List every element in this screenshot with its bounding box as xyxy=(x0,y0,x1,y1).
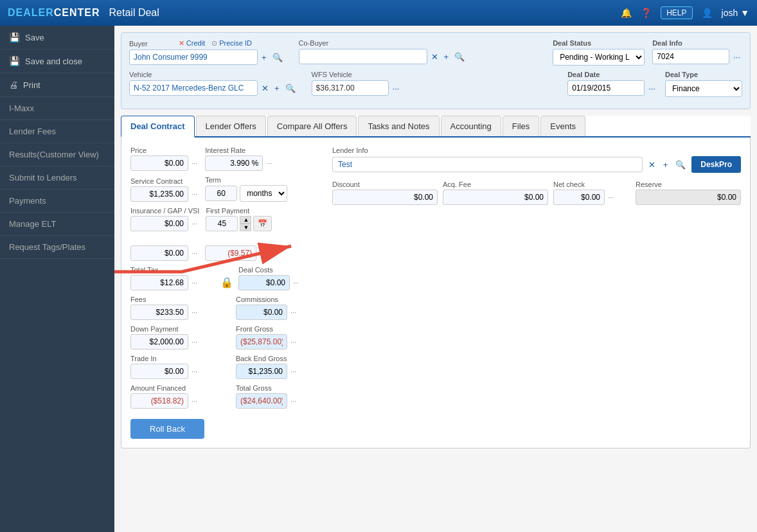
top-nav: DEALERCENTER Retail Deal 🔔 ❓ HELP 👤 josh… xyxy=(0,0,757,26)
cobuyer-input[interactable] xyxy=(299,49,427,64)
vehicle-add-btn[interactable]: + xyxy=(272,82,281,94)
help-button[interactable]: HELP xyxy=(661,6,692,19)
vehicle-clear-btn[interactable]: ✕ xyxy=(260,82,271,94)
fees-dots[interactable]: ··· xyxy=(190,308,199,316)
tab-tasks-notes[interactable]: Tasks and Notes xyxy=(358,116,439,136)
interest-rate-input[interactable] xyxy=(205,155,263,171)
interest-rate-field: Interest Rate ··· xyxy=(205,146,273,171)
precise-id-link[interactable]: ⊙ Precise ID xyxy=(211,39,252,48)
amount-financed-input[interactable] xyxy=(130,393,188,409)
tab-files[interactable]: Files xyxy=(503,116,539,136)
deal-info-dots[interactable]: ··· xyxy=(731,51,742,63)
total-gross-dots[interactable]: ··· xyxy=(289,397,298,405)
tab-accounting[interactable]: Accounting xyxy=(441,116,501,136)
discount-input[interactable] xyxy=(332,190,438,205)
deal-costs-input[interactable] xyxy=(238,275,290,290)
tab-lender-offers[interactable]: Lender Offers xyxy=(196,116,266,136)
tab-events[interactable]: Events xyxy=(540,116,585,136)
row5-left-input[interactable] xyxy=(130,245,188,261)
deal-date-input[interactable] xyxy=(567,80,645,96)
commissions-input[interactable] xyxy=(236,305,287,320)
sidebar-item-results[interactable]: Results(Customer View) xyxy=(0,143,114,166)
buyer-input[interactable] xyxy=(129,49,258,65)
lender-input[interactable] xyxy=(332,157,643,172)
roll-back-button[interactable]: Roll Back xyxy=(130,419,204,439)
fees-input[interactable] xyxy=(130,305,188,320)
lock-icon[interactable]: 🔒 xyxy=(220,276,233,290)
cobuyer-clear-btn[interactable]: ✕ xyxy=(429,51,440,63)
deal-date-dots[interactable]: ··· xyxy=(646,82,657,94)
deal-costs-dots[interactable]: ··· xyxy=(292,279,300,287)
cobuyer-add-btn[interactable]: + xyxy=(442,51,451,63)
deal-status-field: Deal Status Pending - Working L xyxy=(553,39,645,66)
row5-right-dots[interactable]: ··· xyxy=(258,249,267,257)
first-payment-input[interactable] xyxy=(206,216,238,231)
service-contract-input[interactable] xyxy=(130,186,188,202)
insurance-input[interactable] xyxy=(130,216,188,231)
bell-icon[interactable]: 🔔 xyxy=(621,8,632,18)
trade-in-input[interactable] xyxy=(130,364,188,379)
sidebar-item-imaxx[interactable]: I-Maxx xyxy=(0,97,114,120)
sidebar-item-submit[interactable]: Submit to Lenders xyxy=(0,166,114,190)
front-gross-input[interactable] xyxy=(236,334,287,350)
amount-financed-dots[interactable]: ··· xyxy=(190,397,199,405)
tab-deal-contract[interactable]: Deal Contract xyxy=(121,116,195,137)
vehicle-search-btn[interactable]: 🔍 xyxy=(283,82,298,94)
credit-link[interactable]: ✕ Credit xyxy=(179,39,205,48)
wfs-dots[interactable]: ··· xyxy=(391,82,402,94)
commissions-dots[interactable]: ··· xyxy=(289,308,298,316)
lender-search-btn[interactable]: 🔍 xyxy=(673,159,688,171)
calendar-btn[interactable]: 📅 xyxy=(253,216,272,231)
sidebar-item-request-tags[interactable]: Request Tags/Plates xyxy=(0,236,114,259)
lender-add-btn[interactable]: + xyxy=(661,159,670,171)
term-input[interactable] xyxy=(205,186,237,201)
acq-fee-field: Acq. Fee xyxy=(443,181,548,205)
price-input[interactable] xyxy=(130,155,188,171)
vehicle-input[interactable] xyxy=(129,80,258,96)
question-icon[interactable]: ❓ xyxy=(641,8,652,18)
front-gross-dots[interactable]: ··· xyxy=(289,338,298,346)
sidebar-payments-label: Payments xyxy=(9,196,46,206)
price-dots[interactable]: ··· xyxy=(190,159,199,167)
tab-compare-all-offers[interactable]: Compare All Offers xyxy=(267,116,357,136)
back-end-gross-input[interactable] xyxy=(236,364,287,379)
net-check-dots[interactable]: ··· xyxy=(607,193,615,201)
down-payment-dots[interactable]: ··· xyxy=(190,338,199,346)
insurance-dots[interactable]: ··· xyxy=(190,220,199,227)
deal-type-select[interactable]: Finance xyxy=(665,80,742,97)
deal-info-input[interactable] xyxy=(652,49,729,64)
down-payment-input[interactable] xyxy=(130,334,188,350)
back-end-gross-dots[interactable]: ··· xyxy=(289,368,298,375)
deal-type-label: Deal Type xyxy=(665,71,742,78)
sidebar-item-lender-fees[interactable]: Lender Fees xyxy=(0,120,114,143)
buyer-add-btn[interactable]: + xyxy=(260,51,269,64)
save-icon: 💾 xyxy=(9,32,20,42)
row5-left-dots[interactable]: ··· xyxy=(190,249,199,257)
sidebar-item-save[interactable]: 💾 Save xyxy=(0,26,114,49)
deal-status-select[interactable]: Pending - Working L xyxy=(553,49,645,66)
total-gross-input[interactable] xyxy=(236,393,287,409)
trade-in-dots[interactable]: ··· xyxy=(190,368,199,375)
sidebar-item-manage-elt[interactable]: Manage ELT xyxy=(0,213,114,236)
sidebar-item-print[interactable]: 🖨 Print xyxy=(0,73,114,97)
row5-right-input[interactable] xyxy=(205,245,256,261)
sidebar-item-save-close[interactable]: 💾 Save and close xyxy=(0,49,114,73)
buyer-search-btn[interactable]: 🔍 xyxy=(271,51,285,64)
cobuyer-search-btn[interactable]: 🔍 xyxy=(452,51,467,63)
user-label[interactable]: josh ▼ xyxy=(722,8,749,18)
term-unit-select[interactable]: months xyxy=(240,185,287,202)
stepper-down[interactable]: ▼ xyxy=(240,224,251,231)
wfs-vehicle-input[interactable] xyxy=(312,80,389,96)
service-contract-dots[interactable]: ··· xyxy=(190,190,199,198)
total-tax-dots[interactable]: ··· xyxy=(190,279,199,287)
total-tax-input[interactable] xyxy=(130,275,188,290)
reserve-input[interactable] xyxy=(636,190,741,205)
sidebar-item-payments[interactable]: Payments xyxy=(0,190,114,213)
deskpro-button[interactable]: DeskPro xyxy=(691,156,741,173)
acq-fee-input[interactable] xyxy=(443,190,548,205)
net-check-input[interactable] xyxy=(553,190,605,205)
lender-clear-btn[interactable]: ✕ xyxy=(646,159,657,171)
fees-field: Fees ··· xyxy=(130,296,218,320)
stepper-up[interactable]: ▲ xyxy=(240,216,251,224)
interest-rate-dots[interactable]: ··· xyxy=(265,159,273,167)
